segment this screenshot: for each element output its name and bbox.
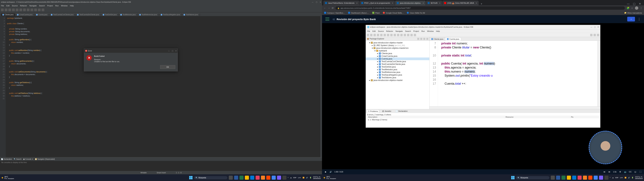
other-bookmarks[interactable]: 📁 Otros marcadores xyxy=(624,12,642,14)
toolbar-button[interactable] xyxy=(38,8,40,11)
toolbar-button[interactable] xyxy=(16,8,18,11)
close-icon[interactable]: ✕ xyxy=(598,26,599,28)
toolbar-button[interactable] xyxy=(23,8,26,11)
tree-package[interactable]: ▾ bytebank xyxy=(366,50,429,52)
menu-edit[interactable]: Edit xyxy=(6,5,10,7)
tray-clock[interactable]: 10:37 p. m.25/03/2023 xyxy=(635,176,643,179)
toolbar-button[interactable] xyxy=(404,34,406,36)
taskbar-search[interactable]: 🔍 Búsqueda xyxy=(516,176,550,179)
code-content[interactable]: private int numero; private Cliente titu… xyxy=(438,41,600,106)
editor-tab[interactable]: TestCuentaSinCliente.java xyxy=(75,13,101,16)
toolbar-button[interactable] xyxy=(367,34,369,36)
editor-tab[interactable]: TestGetSet.java xyxy=(101,13,119,16)
editor-tab[interactable]: Cuenta.java xyxy=(445,37,461,40)
tab-close-icon[interactable]: ✕ xyxy=(439,2,440,4)
chrome-tab[interactable]: Mi Perfil✕ xyxy=(426,1,442,5)
tab-declaration[interactable]: 📄 Declaration xyxy=(394,110,409,112)
minimize-icon[interactable]: — xyxy=(312,1,314,3)
tab-close-icon[interactable]: ✕ xyxy=(422,2,424,4)
menu-search[interactable]: Search xyxy=(39,5,45,7)
window-minimize-icon[interactable]: — xyxy=(625,2,631,5)
taskbar-app[interactable] xyxy=(266,176,270,180)
address-bar[interactable]: 🔒 app.aluracursos.com/course/java-parte-… xyxy=(336,6,625,10)
play-icon[interactable]: ▶ xyxy=(324,170,327,173)
toolbar-button[interactable] xyxy=(370,34,372,36)
menu-search[interactable]: Search xyxy=(405,30,411,32)
tab-close-icon[interactable]: ✕ xyxy=(476,2,477,4)
volume-icon[interactable]: 🔊 xyxy=(330,170,332,173)
menu-navigate[interactable]: Navigate xyxy=(396,30,403,32)
tray-language[interactable]: ESP xyxy=(615,177,618,178)
menu-project[interactable]: Project xyxy=(413,30,419,32)
maximize-icon[interactable]: ▢ xyxy=(316,1,317,3)
tree-src-folder[interactable]: ▾ java-introduccion-objetos-master/src xyxy=(366,47,429,50)
taskbar-app[interactable] xyxy=(572,176,576,180)
bookmark-item[interactable]: 🟦 Dashboard | Alura L… xyxy=(348,12,369,14)
tray-battery-icon[interactable]: 🔋 xyxy=(632,177,634,178)
tree-file[interactable]: ▸ TestGetSet.java xyxy=(366,66,429,68)
close-icon[interactable]: ✕ xyxy=(320,1,321,3)
light-code-area[interactable]: 7810121314151617 private int numero; pri… xyxy=(430,41,600,106)
menu-help[interactable]: Help xyxy=(70,5,74,7)
taskbar-app[interactable] xyxy=(256,176,260,180)
start-icon[interactable] xyxy=(189,176,192,179)
vertical-scrollbar[interactable] xyxy=(598,41,600,106)
toolbar-button[interactable] xyxy=(30,8,33,11)
toolbar-button[interactable] xyxy=(380,34,382,36)
toolbar-button[interactable] xyxy=(5,8,8,11)
tree-file[interactable]: ▸ TestCuentaSinCliente.java xyxy=(366,63,429,66)
start-icon[interactable] xyxy=(511,176,514,179)
tab-console[interactable]: ▣ Console ✕ xyxy=(23,158,33,160)
dialog-close-icon[interactable]: ✕ xyxy=(175,50,176,52)
toolbar-button[interactable] xyxy=(374,34,376,36)
next-video-icon[interactable]: ⏭ xyxy=(608,170,611,173)
tab-javadoc[interactable]: @ Javadoc xyxy=(381,110,392,112)
tray-chevron-icon[interactable]: ^ xyxy=(288,177,288,178)
menu-source[interactable]: Source xyxy=(378,30,384,32)
menu-window[interactable]: Window xyxy=(427,30,434,32)
toolbar-button[interactable] xyxy=(34,8,37,11)
playback-speed[interactable]: 1.5x xyxy=(613,171,616,173)
perspective-icon[interactable] xyxy=(594,34,596,36)
taskbar-app[interactable] xyxy=(578,176,582,180)
taskbar-app[interactable] xyxy=(551,176,555,180)
captions-icon[interactable]: CC xyxy=(629,170,632,173)
tray-onedrive-icon[interactable]: ☁ xyxy=(290,177,292,178)
pe-tool-icon[interactable] xyxy=(420,38,422,40)
editor-tab[interactable]: TestCuentaConCliente.java xyxy=(49,13,75,16)
tray-battery-icon[interactable]: 🔋 xyxy=(310,177,312,178)
code-editor[interactable]: 1234567891011121314151617181920212223242… xyxy=(0,16,322,157)
tray-network[interactable]: LAA xyxy=(298,177,301,178)
toolbar-button[interactable] xyxy=(20,8,22,11)
chrome-tab[interactable]: (153) 📥 Cómo INSTALAR JAVA✕ xyxy=(442,1,479,5)
tray-chevron-icon[interactable]: ^ xyxy=(610,177,610,178)
tray-onedrive-icon[interactable]: ☁ xyxy=(612,177,614,178)
taskbar-app[interactable] xyxy=(261,176,265,180)
menu-icon[interactable] xyxy=(325,18,330,20)
settings-icon[interactable]: ⚙ xyxy=(619,170,622,173)
editor-tab[interactable]: TestSacaNegativo.java xyxy=(159,13,182,16)
tray-network[interactable]: LAA xyxy=(620,177,623,178)
weather-widget[interactable]: ☀️ 26°CPrec. despejado xyxy=(1,176,14,179)
tab-search[interactable]: 🔍 Search xyxy=(14,158,22,160)
menu-help[interactable]: Help xyxy=(436,30,440,32)
toolbar-button[interactable] xyxy=(1,8,4,11)
menu-window[interactable]: Window xyxy=(61,5,68,7)
bookmark-item[interactable]: 🟩 Platzi xyxy=(372,12,380,14)
package-tree[interactable]: ▾ java-introduccion-objetos-master ▸ JRE… xyxy=(366,41,429,109)
toolbar-button[interactable] xyxy=(410,34,413,36)
menu-run[interactable]: Run xyxy=(422,30,425,32)
tree-file[interactable]: ▸ CrearCuenta.java xyxy=(366,55,429,58)
toolbar-button[interactable] xyxy=(387,34,389,36)
tray-volume-icon[interactable]: 🔊 xyxy=(306,177,308,178)
tree-file[interactable]: ▸ TestCuentaConCliente.java xyxy=(366,60,429,63)
menu-navigate[interactable]: Navigate xyxy=(29,5,36,7)
toolbar-button[interactable] xyxy=(27,8,30,11)
tray-language[interactable]: ESP xyxy=(293,177,296,178)
ok-button[interactable]: OK xyxy=(160,65,175,69)
taskbar-app[interactable] xyxy=(599,176,603,180)
toolbar-button[interactable] xyxy=(397,34,399,36)
tree-file[interactable]: ▸ TestSacaNegativo.java xyxy=(366,74,429,76)
taskbar-app[interactable] xyxy=(583,176,587,180)
tree-project[interactable]: ▾ java-introduccion-objetos-master xyxy=(366,42,429,44)
